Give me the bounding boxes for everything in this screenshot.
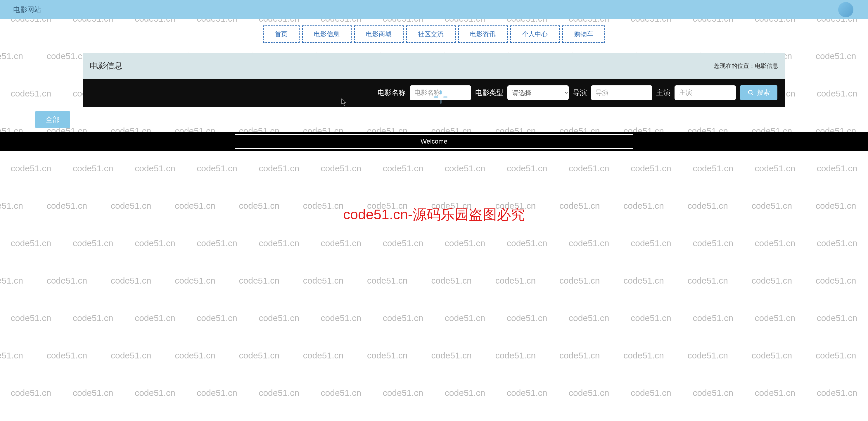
footer-band: Welcome bbox=[0, 132, 868, 151]
movie-type-label: 电影类型 bbox=[475, 88, 503, 97]
svg-point-0 bbox=[748, 90, 752, 94]
director-label: 导演 bbox=[573, 88, 587, 97]
page-title: 电影信息 bbox=[90, 60, 122, 71]
nav-movie-mall[interactable]: 电影商城 bbox=[354, 25, 404, 43]
header-bar: 电影网站 bbox=[0, 0, 868, 19]
actor-input[interactable] bbox=[675, 85, 736, 100]
search-bar: 电影名称 电影类型 请选择 导演 主演 搜索 bbox=[83, 79, 785, 107]
movie-name-label: 电影名称 bbox=[378, 88, 406, 97]
center-watermark: code51.cn-源码乐园盗图必究 bbox=[343, 205, 525, 224]
nav-user-center[interactable]: 个人中心 bbox=[510, 25, 560, 43]
search-button-label: 搜索 bbox=[757, 88, 770, 97]
breadcrumb-prefix: 您现在的位置： bbox=[714, 63, 755, 69]
filter-row: 全部 bbox=[0, 111, 868, 128]
page-container: 电影信息 您现在的位置：电影信息 电影名称 电影类型 请选择 导演 主演 搜索 bbox=[83, 53, 785, 107]
breadcrumb: 您现在的位置：电影信息 bbox=[714, 62, 778, 70]
nav-news[interactable]: 电影资讯 bbox=[458, 25, 508, 43]
site-title: 电影网站 bbox=[13, 5, 41, 14]
footer-welcome: Welcome bbox=[235, 134, 633, 149]
nav-home[interactable]: 首页 bbox=[263, 25, 300, 43]
nav-cart[interactable]: 购物车 bbox=[562, 25, 605, 43]
movie-type-select[interactable]: 请选择 bbox=[507, 85, 569, 100]
nav-movie-info[interactable]: 电影信息 bbox=[302, 25, 351, 43]
search-button[interactable]: 搜索 bbox=[740, 85, 777, 100]
avatar[interactable] bbox=[838, 2, 854, 17]
actor-label: 主演 bbox=[656, 88, 671, 97]
nav-community[interactable]: 社区交流 bbox=[406, 25, 456, 43]
movie-name-input[interactable] bbox=[410, 85, 471, 100]
title-bar: 电影信息 您现在的位置：电影信息 bbox=[83, 53, 785, 79]
svg-line-1 bbox=[752, 94, 753, 95]
search-icon bbox=[748, 89, 754, 96]
breadcrumb-current: 电影信息 bbox=[755, 63, 778, 69]
director-input[interactable] bbox=[591, 85, 652, 100]
main-nav: 首页 电影信息 电影商城 社区交流 电影资讯 个人中心 购物车 bbox=[0, 19, 868, 50]
filter-all-button[interactable]: 全部 bbox=[35, 111, 70, 128]
